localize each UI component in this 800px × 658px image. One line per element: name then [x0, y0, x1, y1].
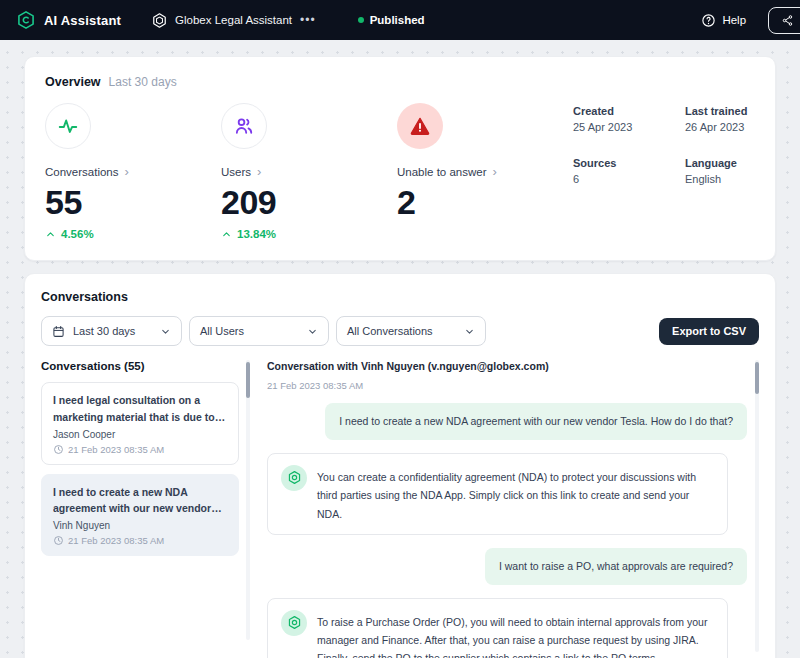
users-icon — [221, 103, 267, 149]
conversation-user-name: Jason Cooper — [53, 429, 227, 440]
conversation-time: 21 Feb 2023 08:35 AM — [68, 444, 164, 455]
users-filter[interactable]: All Users — [189, 316, 329, 346]
metric-value: 2 — [397, 183, 573, 222]
date-range-filter[interactable]: Last 30 days — [41, 316, 182, 346]
chevron-right-icon: › — [125, 165, 129, 178]
chevron-down-icon — [160, 326, 171, 337]
message-text: You can create a confidentiality agreeme… — [317, 465, 714, 523]
message-text: I want to raise a PO, what approvals are… — [499, 560, 733, 572]
assistant-message-bubble: You can create a confidentiality agreeme… — [267, 453, 728, 535]
message-text: To raise a Purchase Order (PO), you will… — [317, 610, 714, 658]
metric-label: Unable to answer — [397, 166, 487, 178]
overview-subtitle: Last 30 days — [109, 75, 177, 89]
help-label: Help — [722, 14, 746, 26]
info-created: Created25 Apr 2023 — [573, 105, 685, 133]
workspace-name: Globex Legal Assistant — [175, 14, 292, 26]
conversation-time: 21 Feb 2023 08:35 AM — [68, 535, 164, 546]
conversation-detail-title: Conversation with Vinh Nguyen (v.nguyen@… — [267, 360, 747, 372]
message-text: I need to create a new NDA agreement wit… — [339, 415, 733, 427]
metric-value: 55 — [45, 183, 221, 222]
metrics-row: Conversations›554.56%Users›20913.84%Unab… — [45, 89, 573, 240]
calendar-icon — [52, 325, 65, 338]
alert-icon — [397, 103, 443, 149]
metric-link[interactable]: Users› — [221, 165, 397, 178]
conversation-list-item[interactable]: I need legal consultation on a marketing… — [41, 382, 239, 465]
workspace-hexagon-icon — [151, 12, 168, 29]
metric-link[interactable]: Unable to answer› — [397, 165, 573, 178]
metric-conversations: Conversations›554.56% — [45, 89, 221, 240]
info-sources: Sources6 — [573, 157, 685, 185]
publish-status: Published — [358, 14, 425, 26]
caret-up-icon — [45, 229, 56, 240]
conversations-card: Conversations Last 30 days All Users All… — [24, 273, 776, 658]
chevron-right-icon: › — [257, 165, 261, 178]
activity-icon — [45, 103, 91, 149]
export-csv-button[interactable]: Export to CSV — [659, 318, 759, 345]
caret-up-icon — [221, 229, 232, 240]
metric-delta-value: 13.84% — [237, 228, 276, 240]
info-value: English — [685, 173, 785, 185]
conversation-list-item[interactable]: I need to create a new NDA agreement wit… — [41, 474, 239, 557]
info-label: Created — [573, 105, 685, 117]
metric-delta-value: 4.56% — [61, 228, 94, 240]
metric-label: Users — [221, 166, 251, 178]
share-icon — [781, 14, 794, 27]
bot-hexagon-icon — [287, 470, 302, 485]
conversation-list-panel: Conversations (55) I need legal consulta… — [41, 360, 239, 565]
more-options-icon[interactable]: ••• — [300, 13, 316, 27]
app-logo-icon — [16, 10, 36, 30]
app-brand: AI Assistant — [16, 10, 121, 30]
metric-value: 209 — [221, 183, 397, 222]
conversation-list-title: Conversations (55) — [41, 360, 239, 372]
assistant-avatar — [281, 610, 307, 636]
overview-card: Overview Last 30 days Conversations›554.… — [24, 56, 776, 261]
conversation-list-scrollbar[interactable] — [246, 360, 250, 640]
clock-icon — [53, 535, 64, 546]
info-label: Sources — [573, 157, 685, 169]
chevron-right-icon: › — [493, 165, 497, 178]
info-last-trained: Last trained26 Apr 2023 — [685, 105, 785, 133]
conversation-detail-panel: Conversation with Vinh Nguyen (v.nguyen@… — [259, 360, 747, 658]
info-language: LanguageEnglish — [685, 157, 785, 185]
filters-bar: Last 30 days All Users All Conversations… — [41, 316, 759, 346]
info-value: 26 Apr 2023 — [685, 121, 785, 133]
chevron-down-icon — [307, 326, 318, 337]
conversation-preview: I need legal consultation on a marketing… — [53, 392, 227, 426]
conversation-type-value: All Conversations — [347, 325, 433, 337]
app-title: AI Assistant — [44, 13, 121, 28]
bot-hexagon-icon — [287, 615, 302, 630]
info-value: 25 Apr 2023 — [573, 121, 685, 133]
info-label: Language — [685, 157, 785, 169]
bot-info-grid: Created25 Apr 2023Last trained26 Apr 202… — [573, 105, 785, 185]
user-message-bubble: I need to create a new NDA agreement wit… — [325, 403, 747, 440]
metric-users: Users›20913.84% — [221, 89, 397, 240]
chat-scrollbar[interactable] — [755, 360, 759, 652]
users-filter-value: All Users — [200, 325, 244, 337]
metric-label: Conversations — [45, 166, 119, 178]
conversations-section-title: Conversations — [41, 290, 759, 304]
metric-delta: 13.84% — [221, 228, 397, 240]
user-message-bubble: I want to raise a PO, what approvals are… — [485, 548, 747, 585]
workspace-switcher[interactable]: Globex Legal Assistant — [151, 12, 292, 29]
metric-delta: 4.56% — [45, 228, 221, 240]
conversation-type-filter[interactable]: All Conversations — [336, 316, 486, 346]
overview-title: Overview — [45, 75, 101, 89]
published-status-dot — [358, 17, 364, 23]
metric-link[interactable]: Conversations› — [45, 165, 221, 178]
metric-unable-to-answer: Unable to answer›2 — [397, 89, 573, 240]
conversation-user-name: Vinh Nguyen — [53, 520, 227, 531]
date-range-value: Last 30 days — [73, 325, 135, 337]
share-button[interactable]: Share — [768, 7, 800, 34]
info-value: 6 — [573, 173, 685, 185]
clock-icon — [53, 444, 64, 455]
top-navigation-bar: AI Assistant Globex Legal Assistant ••• … — [0, 0, 800, 40]
help-button[interactable]: Help — [701, 13, 746, 28]
assistant-message-bubble: To raise a Purchase Order (PO), you will… — [267, 598, 728, 658]
info-label: Last trained — [685, 105, 785, 117]
chevron-down-icon — [464, 326, 475, 337]
assistant-avatar — [281, 465, 307, 491]
conversation-preview: I need to create a new NDA agreement wit… — [53, 484, 227, 518]
published-status-label: Published — [370, 14, 425, 26]
help-icon — [701, 13, 716, 28]
conversation-timestamp: 21 Feb 2023 08:35 AM — [267, 380, 747, 391]
